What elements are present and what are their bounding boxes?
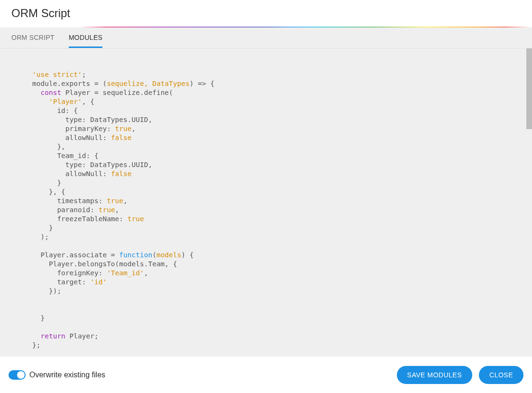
footer: Overwrite existing files SAVE MODULES CL… [0, 356, 532, 393]
scrollbar-thumb[interactable] [526, 48, 532, 129]
page-title: ORM Script [11, 7, 521, 20]
overwrite-toggle-wrap: Overwrite existing files [9, 370, 105, 380]
code-block: 'use strict'; module.exports = (sequeliz… [32, 70, 504, 350]
save-modules-button[interactable]: SAVE MODULES [397, 366, 472, 384]
content-area: 'use strict'; module.exports = (sequeliz… [0, 48, 532, 375]
code-editor[interactable]: 'use strict'; module.exports = (sequeliz… [0, 48, 532, 375]
rainbow-divider [0, 27, 532, 28]
header: ORM Script [0, 0, 532, 27]
overwrite-toggle[interactable] [9, 370, 26, 380]
toggle-knob [17, 371, 25, 379]
tab-orm-script[interactable]: ORM SCRIPT [11, 28, 55, 48]
tab-modules[interactable]: MODULES [69, 28, 102, 48]
close-button[interactable]: CLOSE [479, 366, 523, 384]
footer-buttons: SAVE MODULES CLOSE [397, 366, 523, 384]
tabs: ORM SCRIPT MODULES [0, 28, 532, 48]
overwrite-label: Overwrite existing files [29, 371, 105, 379]
